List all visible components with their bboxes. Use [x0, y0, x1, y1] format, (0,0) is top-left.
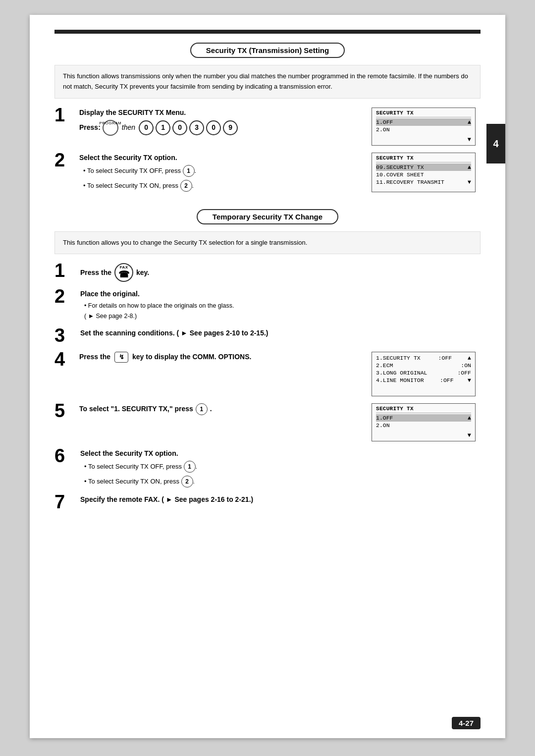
s2-step5-num: 5: [54, 401, 73, 420]
screen1-title: SECURITY TX: [376, 110, 471, 117]
screen5-row2: 2.ON: [376, 422, 471, 429]
page: 4 Security TX (Transmission) Setting Thi…: [30, 15, 505, 738]
s2-step7-row: 7 Specify the remote FAX. ( ► See pages …: [54, 494, 481, 511]
step1-left: 1 Display the SECURITY TX Menu. Press: P…: [54, 108, 364, 136]
screen5-title: SECURITY TX: [376, 406, 471, 413]
screen1-row2: 2.ON: [376, 126, 471, 133]
step1-content: Display the SECURITY TX Menu. Press: PRO…: [79, 108, 364, 136]
s2-step3-content: Set the scanning conditions. ( ► See pag…: [80, 328, 481, 340]
section1-description: This function allows transmissions only …: [54, 65, 481, 99]
step2-left: 2 Select the Security TX option. • To se…: [54, 153, 364, 192]
s2-step6-btn1: 1: [184, 461, 196, 473]
s2-step6-content: Select the Security TX option. • To sele…: [80, 448, 481, 487]
s2-step1-press: Press the: [80, 268, 111, 278]
step2-btn2: 2: [180, 180, 192, 192]
btn-0b: 0: [172, 120, 187, 135]
s2-step2-row: 2 Place the original. • For details on h…: [54, 289, 481, 321]
screen1-row1: 1.OFF ▲: [376, 118, 471, 126]
btn-1: 1: [156, 120, 170, 135]
s2-step6-title: Select the Security TX option.: [80, 448, 481, 459]
s2-step3-title: Set the scanning conditions. ( ► See pag…: [80, 328, 481, 338]
btn-0c: 0: [206, 120, 221, 135]
s2-step2-sub2: ( ► See page 2-8.): [84, 312, 481, 321]
section1-header: Security TX (Transmission) Setting: [190, 43, 345, 58]
s2-step7-num: 7: [54, 492, 73, 511]
s2-step3-num: 3: [54, 326, 73, 345]
s2-step5-period: .: [210, 404, 212, 414]
s2-step6-row: 6 Select the Security TX option. • To se…: [54, 448, 481, 487]
section2-header-container: Temporary Security TX Change: [54, 209, 481, 224]
btn-0a: 0: [139, 120, 154, 135]
s2-step4-press: Press the: [79, 352, 110, 362]
side-tab: 4: [486, 124, 505, 163]
program-circle: PROGRAM: [103, 120, 118, 136]
screen5-row1: 1.OFF ▲: [376, 414, 471, 422]
section2-description: This function allows you to change the S…: [54, 231, 481, 255]
comm-arrow-icon: ↯: [114, 352, 128, 363]
s2-step7-content: Specify the remote FAX. ( ► See pages 2-…: [80, 494, 481, 507]
step2-sub1: • To select Security TX OFF, press 1.: [83, 165, 364, 177]
s2-step2-sub1: • For details on how to place the origin…: [84, 301, 481, 311]
s2-step4-content: Press the ↯ key to display the COMM. OPT…: [79, 352, 364, 365]
s2-screen4-row1: 1.SECURITY TX:OFF ▲: [376, 354, 471, 362]
top-border: [54, 30, 481, 34]
program-label: PROGRAM: [99, 120, 121, 126]
s2-step4-screen: 1.SECURITY TX:OFF ▲ 2.ECM:ON 3.LONG ORIG…: [372, 352, 481, 396]
screen2-title: SECURITY TX: [376, 155, 471, 162]
s2-step5-row: 5 To select "1. SECURITY TX," press 1 . …: [54, 403, 481, 441]
section1-header-container: Security TX (Transmission) Setting: [54, 43, 481, 58]
s2-step7-title: Specify the remote FAX. ( ► See pages 2-…: [80, 494, 481, 505]
s2-step1-content: Press the FAX ☎ key.: [80, 263, 481, 282]
btn-9: 9: [223, 120, 238, 135]
s2-step4-row: 4 Press the ↯ key to display the COMM. O…: [54, 352, 481, 396]
s2-step5-label: To select "1. SECURITY TX," press: [79, 404, 193, 414]
step1-num: 1: [54, 106, 73, 124]
s2-step2-num: 2: [54, 287, 73, 306]
step2-num: 2: [54, 151, 73, 169]
screen2-row1: 09.SECURITY TX ▲: [376, 163, 471, 171]
screen2-row2: 10.COVER SHEET: [376, 171, 471, 178]
s2-screen4-row2: 2.ECM:ON: [376, 362, 471, 369]
s2-step2-title: Place the original.: [80, 289, 481, 299]
step1-title: Display the SECURITY TX Menu.: [79, 108, 364, 118]
then-label: then: [122, 122, 135, 133]
s2-step6-sub2: • To select Security TX ON, press 2.: [84, 476, 481, 487]
s2-step5-screen: SECURITY TX 1.OFF ▲ 2.ON ▼: [372, 403, 481, 441]
screen2-row3: 11.RECOVERY TRANSMIT ▼: [376, 178, 471, 186]
s2-step6-btn2: 2: [181, 476, 193, 487]
s2-step5-title: To select "1. SECURITY TX," press 1 .: [79, 403, 364, 415]
s2-step6-sub1: • To select Security TX OFF, press 1.: [84, 461, 481, 473]
s2-step6-num: 6: [54, 446, 73, 465]
step2-row: 2 Select the Security TX option. • To se…: [54, 153, 481, 192]
press-label: Press:: [79, 122, 101, 133]
step1-screen: SECURITY TX 1.OFF ▲ 2.ON ▼: [372, 108, 481, 146]
s2-step1-num: 1: [54, 261, 73, 280]
s2-step2-content: Place the original. • For details on how…: [80, 289, 481, 321]
s2-step5-btn1: 1: [196, 403, 208, 415]
s2-step5-content: To select "1. SECURITY TX," press 1 .: [79, 403, 364, 417]
s2-step5-left: 5 To select "1. SECURITY TX," press 1 .: [54, 403, 364, 420]
step2-btn1: 1: [183, 165, 195, 177]
s2-step1-key-label: key.: [136, 268, 149, 278]
section2-header: Temporary Security TX Change: [197, 209, 338, 224]
step2-content: Select the Security TX option. • To sele…: [79, 153, 364, 192]
step1-row: 1 Display the SECURITY TX Menu. Press: P…: [54, 108, 481, 146]
s2-screen4-row3: 3.LONG ORIGINAL:OFF: [376, 369, 471, 377]
s2-step4-title: Press the ↯ key to display the COMM. OPT…: [79, 352, 364, 363]
s2-step4-num: 4: [54, 350, 73, 369]
s2-step4-left: 4 Press the ↯ key to display the COMM. O…: [54, 352, 364, 369]
step2-sub2: • To select Security TX ON, press 2.: [83, 180, 364, 192]
step2-screen: SECURITY TX 09.SECURITY TX ▲ 10.COVER SH…: [372, 153, 481, 192]
step1-press-row: Press: PROGRAM then 0 1 0 3 0 9: [79, 120, 364, 136]
s2-step1-row: 1 Press the FAX ☎ key.: [54, 263, 481, 282]
fax-key: FAX ☎: [114, 263, 133, 282]
step2-title: Select the Security TX option.: [79, 153, 364, 163]
s2-step3-row: 3 Set the scanning conditions. ( ► See p…: [54, 328, 481, 345]
page-number: 4-27: [452, 717, 481, 729]
s2-screen4-row4: 4.LINE MONITOR:OFF ▼: [376, 377, 471, 384]
btn-3: 3: [189, 120, 204, 135]
fax-icon: ☎: [118, 270, 129, 280]
s2-step4-arrow-label: key to display the COMM. OPTIONS.: [132, 352, 251, 362]
